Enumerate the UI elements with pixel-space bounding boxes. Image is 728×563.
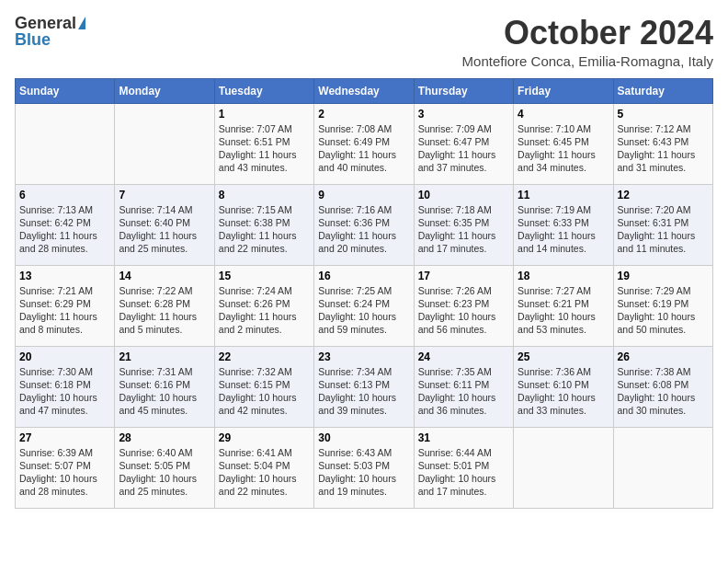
calendar-week-row: 27Sunrise: 6:39 AMSunset: 5:07 PMDayligh…	[16, 427, 713, 508]
day-detail: Sunrise: 6:41 AMSunset: 5:04 PMDaylight:…	[219, 446, 310, 499]
day-detail: Sunrise: 7:29 AMSunset: 6:19 PMDaylight:…	[618, 284, 709, 337]
day-number: 9	[318, 189, 409, 201]
day-number: 22	[219, 350, 310, 363]
calendar-cell: 15Sunrise: 7:24 AMSunset: 6:26 PMDayligh…	[214, 265, 313, 346]
day-number: 13	[19, 270, 110, 282]
logo-general-text: General	[15, 15, 76, 31]
day-detail: Sunrise: 7:18 AMSunset: 6:35 PMDaylight:…	[418, 203, 509, 256]
calendar-cell: 24Sunrise: 7:35 AMSunset: 6:11 PMDayligh…	[414, 346, 513, 427]
calendar-cell: 19Sunrise: 7:29 AMSunset: 6:19 PMDayligh…	[613, 265, 712, 346]
calendar-week-row: 6Sunrise: 7:13 AMSunset: 6:42 PMDaylight…	[16, 184, 713, 265]
day-number: 10	[418, 189, 509, 201]
day-detail: Sunrise: 7:38 AMSunset: 6:08 PMDaylight:…	[618, 365, 709, 418]
calendar-cell	[16, 103, 115, 184]
day-number: 30	[318, 431, 409, 444]
day-number: 23	[318, 350, 409, 363]
day-detail: Sunrise: 7:19 AMSunset: 6:33 PMDaylight:…	[518, 203, 609, 256]
calendar-week-row: 13Sunrise: 7:21 AMSunset: 6:29 PMDayligh…	[16, 265, 713, 346]
day-detail: Sunrise: 7:08 AMSunset: 6:49 PMDaylight:…	[318, 122, 409, 175]
day-detail: Sunrise: 7:22 AMSunset: 6:28 PMDaylight:…	[119, 284, 210, 337]
day-number: 3	[418, 108, 509, 121]
calendar-cell: 4Sunrise: 7:10 AMSunset: 6:45 PMDaylight…	[514, 103, 613, 184]
day-detail: Sunrise: 7:27 AMSunset: 6:21 PMDaylight:…	[518, 284, 609, 337]
day-number: 7	[119, 189, 210, 201]
day-number: 17	[418, 270, 509, 282]
day-detail: Sunrise: 7:36 AMSunset: 6:10 PMDaylight:…	[518, 365, 609, 418]
day-detail: Sunrise: 7:15 AMSunset: 6:38 PMDaylight:…	[219, 203, 310, 256]
day-number: 8	[219, 189, 310, 201]
day-of-week-header: Sunday	[16, 78, 115, 103]
day-detail: Sunrise: 7:30 AMSunset: 6:18 PMDaylight:…	[19, 365, 110, 418]
day-of-week-header: Tuesday	[214, 78, 313, 103]
logo: General Blue	[15, 15, 85, 48]
calendar-cell: 30Sunrise: 6:43 AMSunset: 5:03 PMDayligh…	[314, 427, 414, 508]
day-detail: Sunrise: 7:07 AMSunset: 6:51 PMDaylight:…	[219, 122, 310, 175]
calendar-cell: 13Sunrise: 7:21 AMSunset: 6:29 PMDayligh…	[16, 265, 115, 346]
calendar-cell	[115, 103, 214, 184]
day-detail: Sunrise: 7:25 AMSunset: 6:24 PMDaylight:…	[318, 284, 409, 337]
day-number: 11	[518, 189, 609, 201]
day-detail: Sunrise: 6:39 AMSunset: 5:07 PMDaylight:…	[19, 446, 110, 499]
day-of-week-header: Monday	[115, 78, 214, 103]
day-number: 5	[618, 108, 709, 121]
calendar-cell: 14Sunrise: 7:22 AMSunset: 6:28 PMDayligh…	[115, 265, 214, 346]
day-detail: Sunrise: 7:32 AMSunset: 6:15 PMDaylight:…	[219, 365, 310, 418]
calendar-cell: 27Sunrise: 6:39 AMSunset: 5:07 PMDayligh…	[16, 427, 115, 508]
day-detail: Sunrise: 7:34 AMSunset: 6:13 PMDaylight:…	[318, 365, 409, 418]
calendar-cell: 16Sunrise: 7:25 AMSunset: 6:24 PMDayligh…	[314, 265, 414, 346]
day-number: 16	[318, 270, 409, 282]
day-number: 29	[219, 431, 310, 444]
calendar-cell: 17Sunrise: 7:26 AMSunset: 6:23 PMDayligh…	[414, 265, 513, 346]
day-number: 12	[618, 189, 709, 201]
day-detail: Sunrise: 7:09 AMSunset: 6:47 PMDaylight:…	[418, 122, 509, 175]
day-number: 27	[19, 431, 110, 444]
day-number: 4	[518, 108, 609, 121]
calendar-cell: 23Sunrise: 7:34 AMSunset: 6:13 PMDayligh…	[314, 346, 414, 427]
day-detail: Sunrise: 6:43 AMSunset: 5:03 PMDaylight:…	[318, 446, 409, 499]
day-detail: Sunrise: 7:20 AMSunset: 6:31 PMDaylight:…	[618, 203, 709, 256]
calendar-cell: 26Sunrise: 7:38 AMSunset: 6:08 PMDayligh…	[613, 346, 712, 427]
day-number: 26	[618, 350, 709, 363]
calendar-cell: 12Sunrise: 7:20 AMSunset: 6:31 PMDayligh…	[613, 184, 712, 265]
day-detail: Sunrise: 7:14 AMSunset: 6:40 PMDaylight:…	[119, 203, 210, 256]
day-detail: Sunrise: 7:26 AMSunset: 6:23 PMDaylight:…	[418, 284, 509, 337]
day-detail: Sunrise: 7:10 AMSunset: 6:45 PMDaylight:…	[518, 122, 609, 175]
calendar-cell: 21Sunrise: 7:31 AMSunset: 6:16 PMDayligh…	[115, 346, 214, 427]
day-number: 24	[418, 350, 509, 363]
calendar-cell: 25Sunrise: 7:36 AMSunset: 6:10 PMDayligh…	[514, 346, 613, 427]
day-number: 14	[119, 270, 210, 282]
calendar-cell	[514, 427, 613, 508]
calendar-cell: 29Sunrise: 6:41 AMSunset: 5:04 PMDayligh…	[214, 427, 313, 508]
calendar-cell: 20Sunrise: 7:30 AMSunset: 6:18 PMDayligh…	[16, 346, 115, 427]
calendar-cell: 5Sunrise: 7:12 AMSunset: 6:43 PMDaylight…	[613, 103, 712, 184]
calendar-cell: 22Sunrise: 7:32 AMSunset: 6:15 PMDayligh…	[214, 346, 313, 427]
calendar-week-row: 20Sunrise: 7:30 AMSunset: 6:18 PMDayligh…	[16, 346, 713, 427]
day-detail: Sunrise: 7:24 AMSunset: 6:26 PMDaylight:…	[219, 284, 310, 337]
calendar-cell: 28Sunrise: 6:40 AMSunset: 5:05 PMDayligh…	[115, 427, 214, 508]
day-number: 6	[19, 189, 110, 201]
day-detail: Sunrise: 7:12 AMSunset: 6:43 PMDaylight:…	[618, 122, 709, 175]
day-detail: Sunrise: 7:35 AMSunset: 6:11 PMDaylight:…	[418, 365, 509, 418]
day-of-week-header: Friday	[514, 78, 613, 103]
calendar-cell: 10Sunrise: 7:18 AMSunset: 6:35 PMDayligh…	[414, 184, 513, 265]
calendar-cell: 6Sunrise: 7:13 AMSunset: 6:42 PMDaylight…	[16, 184, 115, 265]
day-number: 25	[518, 350, 609, 363]
day-number: 21	[119, 350, 210, 363]
day-number: 1	[219, 108, 310, 121]
day-detail: Sunrise: 7:13 AMSunset: 6:42 PMDaylight:…	[19, 203, 110, 256]
day-number: 31	[418, 431, 509, 444]
calendar-cell: 3Sunrise: 7:09 AMSunset: 6:47 PMDaylight…	[414, 103, 513, 184]
day-detail: Sunrise: 7:31 AMSunset: 6:16 PMDaylight:…	[119, 365, 210, 418]
location-title: Montefiore Conca, Emilia-Romagna, Italy	[462, 53, 713, 69]
calendar-cell: 11Sunrise: 7:19 AMSunset: 6:33 PMDayligh…	[514, 184, 613, 265]
calendar-body: 1Sunrise: 7:07 AMSunset: 6:51 PMDaylight…	[16, 103, 713, 508]
calendar-cell: 1Sunrise: 7:07 AMSunset: 6:51 PMDaylight…	[214, 103, 313, 184]
calendar-cell: 9Sunrise: 7:16 AMSunset: 6:36 PMDaylight…	[314, 184, 414, 265]
logo-blue-text: Blue	[15, 31, 51, 48]
calendar-cell: 18Sunrise: 7:27 AMSunset: 6:21 PMDayligh…	[514, 265, 613, 346]
day-number: 15	[219, 270, 310, 282]
calendar-week-row: 1Sunrise: 7:07 AMSunset: 6:51 PMDaylight…	[16, 103, 713, 184]
calendar-cell: 8Sunrise: 7:15 AMSunset: 6:38 PMDaylight…	[214, 184, 313, 265]
day-number: 20	[19, 350, 110, 363]
logo-triangle-icon	[78, 17, 85, 29]
